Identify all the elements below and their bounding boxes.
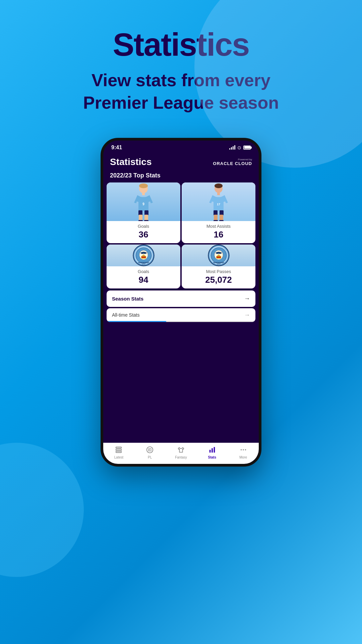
svg-text:17: 17 — [217, 203, 220, 206]
svg-rect-18 — [214, 220, 218, 221]
top-stats-title: 2022/23 Top Stats — [103, 170, 259, 182]
goals-player-value: 36 — [111, 229, 176, 240]
stat-card-info-2: Most Assists 16 — [182, 221, 255, 243]
scroll-progress — [107, 321, 166, 322]
oracle-powered-by: Powered by — [238, 158, 252, 161]
battery-icon — [243, 146, 251, 150]
svg-rect-7 — [144, 215, 148, 221]
club-logo-right: MANCHESTER CITY — [182, 245, 255, 266]
svg-text:MANCHESTER: MANCHESTER — [138, 262, 149, 264]
season-stats-label: Season Stats — [112, 296, 143, 302]
oracle-name: ORACLE CLOUD — [213, 161, 252, 166]
app-content: Statistics Powered by ORACLE CLOUD 2022/… — [103, 153, 259, 464]
app-header: Statistics Powered by ORACLE CLOUD — [103, 153, 259, 170]
svg-rect-16 — [214, 215, 218, 221]
season-stats-row[interactable]: Season Stats → — [107, 290, 255, 307]
svg-rect-12 — [217, 193, 220, 195]
player-silhouette-1: 9 — [130, 182, 157, 221]
stat-card-info-3: Goals 94 — [107, 266, 180, 288]
all-time-stats-label: All-time Stats — [112, 312, 139, 318]
nav-label-latest: Latest — [114, 455, 123, 459]
svg-rect-37 — [116, 449, 122, 450]
phone-mockup: 9:41 ⊙ Statistics Powered by — [101, 138, 261, 467]
assists-player-label: Most Assists — [186, 224, 251, 229]
wifi-icon: ⊙ — [237, 145, 241, 150]
svg-point-11 — [215, 183, 223, 188]
nav-label-pl: PL — [148, 455, 152, 459]
club-logo-left: MANCHESTER CITY — [107, 245, 180, 266]
nav-label-fantasy: Fantasy — [175, 455, 187, 459]
goals-player-label: Goals — [111, 224, 176, 229]
svg-rect-17 — [220, 215, 223, 221]
app-title: Statistics — [110, 157, 152, 167]
svg-rect-8 — [138, 220, 143, 221]
mcfc-logo-2: MANCHESTER CITY — [208, 245, 230, 266]
oracle-brand: Powered by ORACLE CLOUD — [213, 158, 252, 166]
svg-point-45 — [245, 449, 246, 450]
stats-grid: 9 — [103, 182, 259, 288]
all-time-stats-row[interactable]: All-time Stats → — [107, 308, 255, 322]
svg-rect-4 — [138, 210, 142, 215]
bottom-nav: Latest PL — [103, 443, 259, 464]
nav-item-stats[interactable]: Stats — [204, 446, 221, 459]
status-time: 9:41 — [111, 145, 122, 151]
svg-text:CITY: CITY — [217, 264, 220, 265]
dots-icon — [240, 446, 247, 454]
status-icons: ⊙ — [229, 145, 251, 150]
svg-rect-32 — [217, 257, 221, 258]
goals-club-label: Goals — [111, 269, 176, 274]
svg-rect-2 — [142, 193, 145, 195]
goals-club-value: 94 — [111, 275, 176, 285]
svg-rect-15 — [220, 210, 224, 215]
svg-point-43 — [240, 449, 242, 450]
svg-rect-40 — [209, 450, 211, 452]
svg-rect-36 — [116, 447, 122, 448]
svg-text:9: 9 — [142, 202, 144, 206]
player-image-right: 17 — [182, 182, 255, 221]
mcfc-logo-1: MANCHESTER CITY — [133, 245, 155, 266]
stat-card-goals-player[interactable]: 9 — [107, 182, 180, 243]
bar-chart-icon — [208, 446, 216, 454]
nav-item-latest[interactable]: Latest — [110, 446, 127, 459]
nav-item-fantasy[interactable]: Fantasy — [173, 446, 189, 459]
player-silhouette-2: 17 — [205, 182, 232, 221]
phone-container: 9:41 ⊙ Statistics Powered by — [0, 138, 362, 467]
svg-point-44 — [243, 449, 244, 450]
svg-rect-9 — [144, 220, 148, 221]
stat-card-info-1: Goals 36 — [107, 221, 180, 243]
nav-label-more: More — [239, 455, 247, 459]
stat-card-info-4: Most Passes 25,072 — [182, 266, 255, 288]
player-image-left: 9 — [107, 182, 180, 221]
svg-rect-5 — [144, 210, 148, 215]
svg-text:MANCHESTER: MANCHESTER — [213, 262, 224, 264]
stat-card-assists-player[interactable]: 17 — [182, 182, 255, 243]
nav-item-more[interactable]: More — [235, 446, 252, 459]
svg-rect-42 — [214, 447, 215, 453]
stat-card-passes-club[interactable]: MANCHESTER CITY Most Passes 25,072 — [182, 245, 255, 288]
svg-text:CITY: CITY — [142, 264, 145, 265]
svg-rect-19 — [219, 220, 224, 221]
list-icon — [115, 446, 122, 454]
nav-item-pl[interactable]: PL — [141, 446, 158, 459]
svg-rect-14 — [214, 210, 218, 215]
assists-player-value: 16 — [186, 229, 251, 240]
pl-icon — [146, 446, 154, 454]
svg-rect-38 — [116, 451, 122, 452]
svg-rect-41 — [212, 448, 213, 452]
all-time-stats-arrow: → — [244, 312, 250, 319]
signal-icon — [229, 145, 235, 150]
stat-card-goals-club[interactable]: MANCHESTER CITY Goals 94 — [107, 245, 180, 288]
scroll-indicator — [107, 321, 255, 322]
status-bar: 9:41 ⊙ — [103, 141, 259, 153]
nav-label-stats: Stats — [208, 455, 216, 459]
svg-point-1 — [139, 183, 148, 188]
shirt-icon — [177, 446, 185, 454]
passes-club-label: Most Passes — [186, 269, 251, 274]
season-stats-arrow: → — [244, 295, 250, 302]
svg-rect-6 — [139, 215, 142, 221]
passes-club-value: 25,072 — [186, 275, 251, 285]
svg-rect-24 — [141, 257, 146, 258]
